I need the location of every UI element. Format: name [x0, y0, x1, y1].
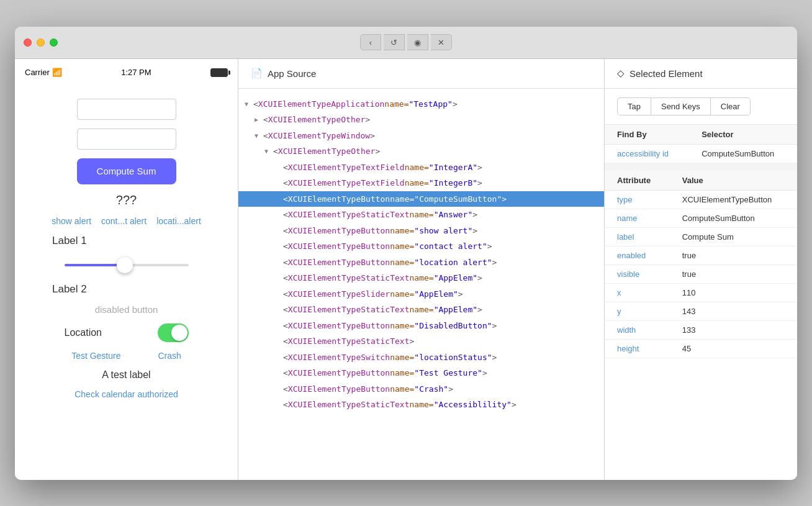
source-tree: ▼ <XCUIElementTypeApplication name="Test…	[238, 89, 604, 480]
tree-item[interactable]: <XCUIElementTypeButton name="DisabledBut…	[238, 318, 604, 334]
location-alert-button[interactable]: locati...alert	[156, 216, 201, 226]
clear-button[interactable]: Clear	[711, 97, 751, 115]
tree-item[interactable]: <XCUIElementTypeButton name="location al…	[238, 255, 604, 271]
source-panel-header: 📄 App Source	[238, 59, 604, 89]
tree-item[interactable]: ▼ <XCUIElementTypeOther>	[238, 143, 604, 160]
battery-icon	[210, 68, 228, 77]
tree-item[interactable]: <XCUIElementTypeButton name="ComputeSumB…	[238, 191, 604, 207]
tree-item[interactable]: <XCUIElementTypeStaticText name="AppElem…	[238, 302, 604, 318]
app-source-panel: 📄 App Source ▼ <XCUIElementTypeApplicati…	[238, 59, 605, 480]
maximize-window-button[interactable]	[50, 38, 58, 47]
tree-item[interactable]: <XCUIElementTypeButton name="show alert"…	[238, 223, 604, 239]
attr-name-cell: x	[605, 283, 670, 302]
find-by-header: Find By	[605, 125, 689, 145]
integer-a-input[interactable]	[77, 99, 176, 120]
phone-simulator-panel: Carrier 📶 1:27 PM Compute Sum ??? show a…	[15, 59, 238, 480]
selector-header: Selector	[689, 125, 797, 145]
titlebar: ‹ ↺ ◉ ✕	[15, 27, 797, 59]
attr-name-cell: width	[605, 320, 670, 339]
attr-name-cell: height	[605, 339, 670, 358]
tap-button[interactable]: Tap	[617, 97, 651, 115]
find-by-row: accessibility id ComputeSumButton	[605, 144, 797, 163]
test-gesture-button[interactable]: Test Gesture	[71, 351, 120, 361]
tree-item[interactable]: <XCUIElementTypeStaticText name="Answer"…	[238, 207, 604, 223]
source-panel-icon: 📄	[251, 68, 263, 79]
attr-value-cell: 133	[670, 320, 797, 339]
phone-status-bar: Carrier 📶 1:27 PM	[15, 59, 238, 86]
slider-fill	[65, 264, 120, 266]
action-buttons: Tap Send Keys Clear	[605, 89, 797, 125]
traffic-lights	[24, 38, 58, 47]
attr-value-cell: 143	[670, 302, 797, 320]
contact-alert-button[interactable]: cont...t alert	[101, 216, 147, 226]
selected-panel-icon: ◇	[617, 68, 625, 79]
tree-item[interactable]: <XCUIElementTypeStaticText name="AppElem…	[238, 270, 604, 286]
slider-container	[65, 256, 189, 274]
refresh-button[interactable]: ↺	[384, 34, 405, 50]
wifi-icon: 📶	[52, 68, 62, 77]
selector-value: ComputeSumButton	[689, 144, 797, 163]
tree-item[interactable]: <XCUIElementTypeButton name="Test Gestur…	[238, 365, 604, 381]
source-panel-title: App Source	[268, 68, 316, 79]
tree-item[interactable]: <XCUIElementTypeButton name="contact ale…	[238, 238, 604, 255]
inspect-button[interactable]: ◉	[407, 34, 428, 50]
selected-panel-title: Selected Element	[629, 68, 703, 79]
attribute-row: height45	[605, 339, 797, 358]
disabled-button: disabled button	[95, 304, 158, 315]
tree-item[interactable]: <XCUIElementTypeButton name="Crash">	[238, 381, 604, 397]
back-button[interactable]: ‹	[360, 34, 381, 50]
attributes-table: Attribute Value typeXCUIElementTypeButto…	[605, 171, 797, 358]
close-window-button[interactable]	[24, 38, 32, 47]
section-divider	[605, 163, 797, 171]
value-header: Value	[670, 171, 797, 191]
expand-arrow[interactable]: ▶	[255, 115, 263, 124]
status-time: 1:27 PM	[121, 68, 151, 77]
attribute-row: y143	[605, 302, 797, 320]
expand-arrow[interactable]: ▼	[264, 147, 273, 156]
attribute-row: nameComputeSumButton	[605, 209, 797, 227]
label2: Label 2	[52, 283, 87, 296]
compute-sum-button[interactable]: Compute Sum	[77, 158, 176, 184]
integer-b-input[interactable]	[77, 129, 176, 150]
attribute-row: labelCompute Sum	[605, 227, 797, 246]
slider-thumb[interactable]	[117, 257, 133, 273]
location-label: Location	[65, 327, 102, 338]
slider-track[interactable]	[65, 264, 189, 266]
tree-item[interactable]: <XCUIElementTypeStaticText>	[238, 333, 604, 350]
tree-item[interactable]: <XCUIElementTypeSwitch name="locationSta…	[238, 350, 604, 366]
attr-value-cell: ComputeSumButton	[670, 209, 797, 227]
location-toggle[interactable]	[158, 323, 189, 342]
attr-value-cell: true	[670, 246, 797, 264]
attr-value-cell: 45	[670, 339, 797, 358]
attr-name-cell: name	[605, 209, 670, 227]
attr-value-cell: XCUIElementTypeButton	[670, 190, 797, 209]
check-calendar-button[interactable]: Check calendar authorized	[74, 389, 178, 399]
nav-buttons: ‹ ↺ ◉ ✕	[360, 34, 452, 50]
crash-button[interactable]: Crash	[158, 351, 181, 361]
tree-item[interactable]: ▼ <XCUIElementTypeApplication name="Test…	[238, 96, 604, 112]
result-display: ???	[116, 193, 137, 207]
carrier-info: Carrier 📶	[25, 68, 62, 77]
attr-name-cell: enabled	[605, 246, 670, 264]
find-by-table: Find By Selector accessibility id Comput…	[605, 125, 797, 163]
selected-panel-header: ◇ Selected Element	[605, 59, 797, 89]
tree-item[interactable]: ▼ <XCUIElementTypeWindow>	[238, 128, 604, 144]
tree-item[interactable]: <XCUIElementTypeSlider name="AppElem">	[238, 286, 604, 302]
close-button[interactable]: ✕	[431, 34, 452, 50]
send-keys-button[interactable]: Send Keys	[651, 97, 711, 115]
main-window: ‹ ↺ ◉ ✕ Carrier 📶 1:27 PM Compute Sum ??…	[15, 27, 797, 480]
expand-arrow[interactable]: ▼	[245, 99, 253, 109]
attribute-row: x110	[605, 283, 797, 302]
tree-item[interactable]: ▶ <XCUIElementTypeOther>	[238, 112, 604, 128]
attr-name-cell: type	[605, 190, 670, 209]
show-alert-button[interactable]: show alert	[52, 216, 91, 226]
tree-item[interactable]: <XCUIElementTypeTextField name="IntegerB…	[238, 175, 604, 191]
attr-name-cell: visible	[605, 264, 670, 283]
expand-arrow[interactable]: ▼	[255, 131, 263, 140]
find-by-value: accessibility id	[605, 144, 689, 163]
attr-name-cell: label	[605, 227, 670, 246]
attribute-header: Attribute	[605, 171, 670, 191]
tree-item[interactable]: <XCUIElementTypeStaticText name="Accessi…	[238, 397, 604, 413]
minimize-window-button[interactable]	[37, 38, 45, 47]
tree-item[interactable]: <XCUIElementTypeTextField name="IntegerA…	[238, 160, 604, 176]
